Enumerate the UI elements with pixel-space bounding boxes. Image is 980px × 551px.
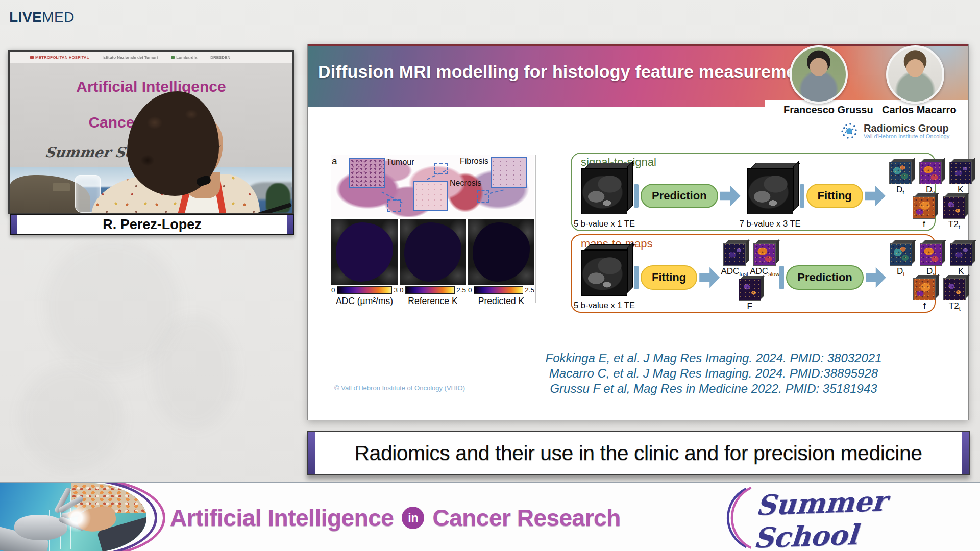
radiomics-group-logo: Radiomics Group Vall d'Hebron Institute … [840,122,949,140]
parameter-maps-row: 0 3 ADC (µm²/ms) 0 2.5 Reference K [331,219,534,307]
mid-volume: 7 b-value x 3 TE [743,163,798,229]
speaker-name-bar: R. Perez-Lopez [10,214,294,235]
input-volume: 5 b-value x 1 TE [577,163,632,229]
parameter-map-cube: Dt [888,162,913,195]
roi-box [434,163,448,174]
in-badge: in [402,507,424,529]
pipelines-diagram: signal-to-signal 5 b-value x 1 TE Predic… [571,153,936,316]
sponsor-logo: Istituto Nazionale dei Tumori [102,55,158,60]
mid-caption: 7 b-value x 3 TE [740,219,801,229]
predicted-k-column: 0 2.5 Predicted K [468,219,534,307]
parameter-label: F [747,302,752,312]
output-maps-cluster: DtDvKfT2t [888,162,973,231]
connector-bracket [779,266,784,289]
map-caption: ADC (µm²/ms) [336,296,393,307]
signal-to-signal-box: signal-to-signal 5 b-value x 1 TE Predic… [571,153,936,231]
name-bar-accent-right [287,215,293,234]
output-maps-cluster: DtDvKfT2t [888,243,974,312]
livemed-logo-med: MED [42,9,75,25]
summer-school-arcs-icon [717,484,752,551]
avatar [886,45,944,104]
parameter-label: Dt [896,185,904,195]
parameter-label: Dt [897,266,904,277]
speaker-name: R. Perez-Lopez [103,217,202,233]
tumour-label: Tumour [386,158,414,167]
roi-box [387,199,401,212]
fitting-step: Fitting [641,265,697,290]
avatar [790,45,848,104]
parameter-map-cube: K [948,162,973,195]
slide-title: Diffusion MRI modelling for histology fe… [318,62,813,82]
colorbar-min: 0 [400,286,404,294]
panel-label: a [332,156,337,167]
parameter-map-cube: K [948,243,974,277]
input-caption: 5 b-value x 1 TE [574,300,635,310]
sponsor-logo-strip: METROPOLITAN HOSPITALIstituto Nazionale … [10,52,292,63]
session-title: Radiomics and their use in the clinic an… [354,441,922,465]
histology-figure: a Tumour Necrosis Fibrosis 0 3 ADC (µm²/… [331,155,534,311]
parameter-map-cube: f [912,278,937,312]
maps-to-maps-box: maps-to-maps 5 b-value x 1 TE Fitting AD… [571,234,936,313]
colorbar-min: 0 [331,286,335,294]
glowing-chip [62,504,91,532]
connector-bracket [634,184,639,208]
parameter-map-cube: T2t [942,278,967,312]
parameter-label: f [923,219,925,230]
banner-accent-right [962,432,969,474]
summer-school-mark: Summer School [717,483,980,551]
fortress [53,183,70,191]
arrow-right-icon [866,265,886,290]
colorbar-min: 0 [468,286,472,294]
input-caption: 5 b-value x 1 TE [574,219,635,229]
mri-cube [581,168,627,214]
parameter-map-cube: f [911,196,937,230]
connector-bracket [800,184,804,208]
org-name: Radiomics Group [864,123,949,133]
parameter-map-cube: Dv [918,243,944,277]
banner-accent-left [308,432,315,474]
radiomics-cluster-icon [840,122,859,140]
colorbar-max: 2.5 [525,286,534,294]
figure-divider [535,155,536,303]
parameter-map-cube: Dt [888,243,914,277]
screen: LIVEMED Artificial Intelligence Cancer R… [0,0,980,551]
speaker-figure [91,91,260,214]
sponsor-logo: DRESDEN [210,55,230,60]
necrosis-label: Necrosis [450,179,481,188]
parameter-label: T2t [948,219,960,230]
name-bar-accent-left [11,215,17,234]
sponsor-logo: METROPOLITAN HOSPITAL [30,55,89,60]
connector-bracket [634,266,639,289]
robot-hand-photo [0,483,146,551]
mri-cube [581,250,627,296]
colorbar-max: 2.5 [456,286,466,294]
background-watermark [20,367,122,469]
sponsor-logo: Lombardia [171,55,197,60]
prediction-step: Prediction [786,265,864,290]
arrow-right-icon [720,184,741,208]
session-title-banner: Radiomics and their use in the clinic an… [307,431,970,475]
tumour-inset [349,158,385,188]
citation-line: Grussu F et al, Mag Res in Medicine 2022… [527,381,900,396]
presenter-name: Carlos Macarro [882,104,940,116]
colorbar [405,286,455,294]
speaker-video-tile[interactable]: Artificial Intelligence Cancer Research … [8,50,294,214]
parameter-label: f [923,301,926,311]
livemed-logo-live: LIVE [9,9,42,25]
predicted-k-image [468,219,534,285]
reference-k-column: 0 2.5 Reference K [400,219,466,307]
livemed-logo: LIVEMED [9,9,75,26]
fibrosis-inset [491,157,527,188]
parameter-map-cube: Dv [918,162,943,195]
event-footer: Artificial Intelligence in Cancer Resear… [0,482,980,551]
parameter-map-cube: ADCfast [722,243,747,277]
parameter-map-cube: ADCslow [752,243,777,277]
citation-line: Macarro C, et al. J Mag Res Imaging. 202… [527,366,900,381]
map-caption: Predicted K [478,296,524,307]
summer-school-text: Summer School [753,482,980,551]
presenter-name: Francesco Grussu [783,104,842,116]
map-caption: Reference K [408,296,457,307]
reference-k-image [400,219,466,285]
citations-block: Fokkinga E, et al. J Mag Res Imaging. 20… [527,350,900,396]
fibrosis-label: Fibrosis [460,157,488,166]
